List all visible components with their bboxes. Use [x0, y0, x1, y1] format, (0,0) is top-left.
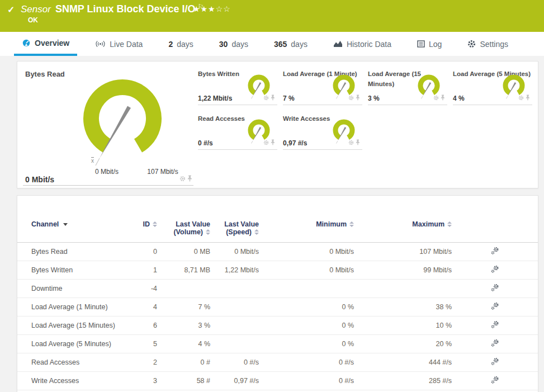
gauge-current-value: 3 %: [368, 95, 380, 102]
gauge-gear-icon[interactable]: [348, 138, 354, 148]
channel-settings-icon[interactable]: [491, 376, 499, 386]
gauge-scale-min: 0 Mbit/s: [82, 168, 132, 176]
channel-table-header: Channel ID Last Value(Volume) Last Value…: [17, 217, 538, 243]
gauge-current-value: 0 Mbit/s: [25, 175, 54, 184]
tab-historic-data[interactable]: Historic Data: [325, 32, 399, 56]
tab-30-days-label: days: [231, 40, 248, 49]
log-document-icon: [417, 40, 425, 48]
sort-caret-icon: [63, 223, 68, 226]
gauge-pin-icon[interactable]: [526, 93, 530, 103]
table-row[interactable]: Load Average (1 Minute) 4 7 % 0 % 38 %: [17, 298, 538, 317]
channel-table-panel: Channel ID Last Value(Volume) Last Value…: [17, 195, 538, 392]
small-gauges-grid: Bytes Written 1,22 Mbit/s Load Average (…: [198, 68, 532, 188]
priority-stars[interactable]: ★★★☆☆: [193, 4, 231, 13]
sort-arrows-icon: [349, 221, 354, 227]
gauge-current-value: 4 %: [453, 95, 465, 102]
tab-30-days-number: 30: [219, 40, 228, 49]
gauge-current-value: 0,97 #/s: [283, 139, 307, 147]
gauge-tile-bytes-written: Bytes Written 1,22 Mbit/s: [198, 68, 277, 105]
gauge-tile-bytes-read: Bytes Read x 0 Mbit/s 107 Mbit/s 0 Mbit/…: [23, 68, 193, 186]
table-row[interactable]: Load Average (15 Minutes) 6 3 % 0 % 10 %: [17, 317, 538, 335]
gauge-gear-icon[interactable]: [433, 93, 439, 103]
tab-2-days[interactable]: 2 days: [160, 32, 201, 56]
tab-365-days[interactable]: 365 days: [266, 32, 315, 56]
sensor-header: ✓ SensorSNMP Linux Block Device I/O⚐ ★★★…: [0, 0, 544, 32]
gauge-pin-icon[interactable]: [356, 93, 360, 103]
gauge-tile-load-average-1-minute: Load Average (1 Minute) 7 %: [283, 68, 362, 105]
gauge-current-value: 1,22 Mbit/s: [198, 95, 232, 102]
tab-log[interactable]: Log: [409, 32, 450, 56]
channel-name[interactable]: Downtime: [17, 285, 135, 292]
tab-historic-data-label: Historic Data: [347, 40, 391, 49]
channel-settings-icon[interactable]: [491, 320, 499, 330]
gauge-gear-icon[interactable]: [348, 93, 354, 103]
gauge-title: Write Accesses: [283, 114, 330, 122]
area-chart-icon: [333, 40, 343, 48]
gauge-tile-load-average-5-minutes: Load Average (5 Minutes) 4 %: [453, 68, 532, 105]
gauge-pin-icon[interactable]: [271, 93, 275, 103]
gauge-title: Bytes Written: [198, 69, 239, 77]
channel-settings-icon[interactable]: [491, 302, 499, 312]
table-row[interactable]: Bytes Read 0 0 MB 0 Mbit/s 0 Mbit/s 107 …: [17, 243, 538, 261]
channel-name[interactable]: Bytes Read: [17, 248, 135, 256]
gauge-pin-icon[interactable]: [187, 174, 192, 184]
gauge-tile-write-accesses: Write Accesses 0,97 #/s: [283, 113, 362, 150]
gauge-pin-icon[interactable]: [441, 93, 445, 103]
table-row[interactable]: Load Average (5 Minutes) 5 4 % 0 % 20 %: [17, 335, 538, 353]
channel-name[interactable]: Read Accesses: [17, 358, 135, 366]
gauge-gear-icon[interactable]: [263, 138, 269, 148]
channel-settings-icon[interactable]: [491, 357, 499, 367]
table-row[interactable]: Write Accesses 3 58 # 0,97 #/s 0 #/s 285…: [17, 372, 538, 390]
channel-name[interactable]: Bytes Written: [17, 266, 135, 274]
page-title: SNMP Linux Block Device I/O: [55, 3, 196, 15]
tab-log-label: Log: [429, 40, 442, 49]
gauge-gear-icon[interactable]: [518, 93, 524, 103]
channel-name[interactable]: Load Average (15 Minutes): [17, 322, 135, 329]
gear-icon: [467, 40, 476, 48]
stars-filled: ★★★: [193, 4, 216, 13]
column-header-id[interactable]: ID: [135, 220, 157, 228]
column-header-channel[interactable]: Channel: [17, 220, 135, 228]
channel-name[interactable]: Load Average (5 Minutes): [17, 340, 135, 348]
channel-settings-icon[interactable]: [491, 284, 499, 294]
gauge-title: Load Average (15 Minutes): [368, 69, 421, 87]
gauge-pin-icon[interactable]: [271, 138, 275, 148]
tab-bar: Overview Live Data 2 days 30 days 365 da…: [0, 32, 544, 56]
table-row[interactable]: Downtime -4: [17, 280, 538, 298]
table-row[interactable]: Read Accesses 2 0 # 0 #/s 0 #/s 444 #/s: [17, 353, 538, 372]
status-check-icon: ✓: [7, 4, 15, 15]
page-content: Bytes Read x 0 Mbit/s 107 Mbit/s 0 Mbit/…: [0, 56, 544, 392]
gauge-current-value: 0 #/s: [198, 139, 213, 147]
tab-overview[interactable]: Overview: [14, 32, 77, 56]
gauge-icon: [22, 39, 31, 48]
gauge-pin-icon[interactable]: [356, 138, 360, 148]
sort-arrows-icon: [254, 229, 259, 235]
sort-arrows-icon: [206, 229, 210, 235]
gauge-tile-load-average-15-minutes: Load Average (15 Minutes) 3 %: [368, 68, 447, 105]
gauge-title: Read Accesses: [198, 114, 245, 122]
tab-30-days[interactable]: 30 days: [211, 32, 256, 56]
tab-settings-label: Settings: [480, 40, 508, 49]
sort-arrows-icon: [447, 221, 452, 227]
stars-empty: ☆☆: [216, 4, 231, 13]
channel-settings-icon[interactable]: [491, 247, 499, 257]
channel-name[interactable]: Load Average (1 Minute): [17, 303, 135, 311]
gauge-current-value: 7 %: [283, 95, 295, 102]
gauge-gear-icon[interactable]: [263, 93, 269, 103]
tab-365-days-label: days: [291, 40, 308, 49]
channel-name[interactable]: Write Accesses: [17, 377, 135, 385]
gauge-gear-icon[interactable]: [179, 174, 186, 184]
column-header-last-value-volume[interactable]: Last Value(Volume): [157, 220, 210, 236]
tab-2-days-number: 2: [168, 40, 173, 49]
tab-settings[interactable]: Settings: [460, 32, 516, 56]
channel-settings-icon[interactable]: [491, 339, 499, 349]
object-kind-label: Sensor: [21, 4, 51, 15]
column-header-maximum[interactable]: Maximum: [354, 220, 452, 228]
tab-live-data[interactable]: Live Data: [87, 32, 150, 56]
tab-2-days-label: days: [177, 40, 193, 49]
channel-settings-icon[interactable]: [491, 265, 499, 275]
average-marker: x: [91, 158, 94, 164]
column-header-last-value-speed[interactable]: Last Value(Speed): [210, 220, 259, 236]
table-row[interactable]: Bytes Written 1 8,71 MB 1,22 Mbit/s 0 Mb…: [17, 261, 538, 280]
column-header-minimum[interactable]: Minimum: [259, 220, 354, 228]
